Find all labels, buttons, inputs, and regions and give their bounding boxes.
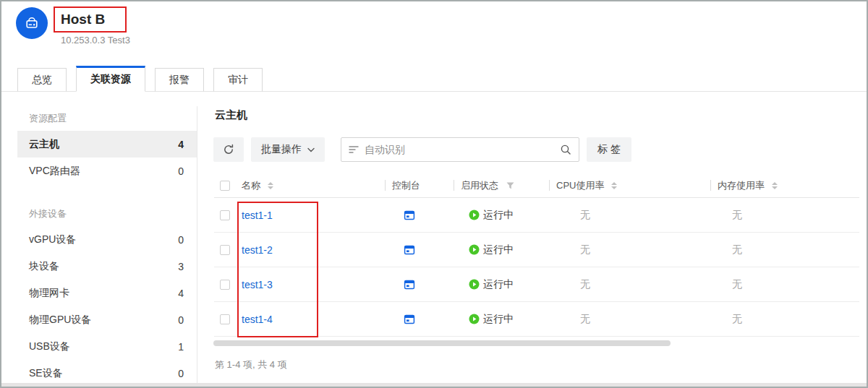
sidebar-item-label: 物理网卡 [29, 287, 69, 300]
page-subtitle: 10.253.0.3 Test3 [61, 35, 130, 46]
sidebar-item-count: 4 [178, 288, 184, 299]
tab-overview[interactable]: 总览 [17, 68, 67, 92]
column-header-status: 启用状态 [461, 179, 498, 192]
memory-usage-value: 无 [732, 313, 742, 326]
search-input[interactable] [365, 144, 554, 155]
sidebar-item-usb[interactable]: USB设备 1 [17, 333, 197, 360]
bulk-actions-button[interactable]: 批量操作 [251, 137, 325, 162]
sidebar-divider [197, 106, 197, 388]
resource-sidebar: 资源配置 云主机 4 VPC路由器 0 外接设备 vGPU设备 0 块设备 3 … [17, 106, 197, 387]
filter-lines-icon [349, 145, 359, 154]
refresh-button[interactable] [213, 137, 244, 162]
vm-name-link[interactable]: test1-3 [242, 279, 273, 290]
vm-name-link[interactable]: test1-4 [242, 314, 273, 325]
sidebar-item-count: 0 [178, 165, 184, 177]
vm-name-link[interactable]: test1-1 [242, 210, 273, 221]
sidebar-section-external-devices: 外接设备 [17, 202, 197, 226]
sidebar-item-count: 0 [178, 314, 184, 326]
cpu-usage-value: 无 [580, 278, 590, 291]
tab-related-resources[interactable]: 关联资源 [76, 66, 145, 92]
status-running-icon [469, 314, 480, 324]
table-header: 名称 控制台 启用状态 CPU使用率 [214, 173, 859, 198]
row-checkbox[interactable] [220, 245, 230, 255]
sidebar-item-count: 3 [178, 261, 184, 272]
tab-bar: 总览 关联资源 报警 审计 [1, 66, 867, 92]
page-title: Host B [61, 12, 105, 27]
sidebar-item-block-device[interactable]: 块设备 3 [17, 253, 197, 280]
select-all-checkbox[interactable] [220, 181, 230, 191]
vm-name-link[interactable]: test1-2 [242, 244, 273, 256]
cpu-usage-value: 无 [580, 313, 590, 326]
filter-funnel-icon[interactable] [506, 182, 514, 189]
sidebar-item-count: 1 [178, 341, 184, 353]
row-checkbox[interactable] [220, 210, 230, 220]
row-checkbox[interactable] [220, 314, 230, 324]
sidebar-section-resource-config: 资源配置 [17, 106, 197, 131]
status-label: 运行中 [483, 243, 514, 256]
column-header-cpu: CPU使用率 [556, 179, 604, 192]
host-icon [23, 14, 41, 32]
chevron-down-icon [307, 147, 315, 152]
host-detail-page: Host B 10.253.0.3 Test3 总览 关联资源 报警 审计 资源… [0, 0, 868, 388]
memory-usage-value: 无 [732, 243, 742, 256]
sidebar-item-label: 物理GPU设备 [29, 314, 91, 327]
sort-memory-icon[interactable] [772, 182, 778, 189]
search-box [341, 137, 579, 162]
sidebar-item-label: vGPU设备 [29, 233, 76, 246]
tab-alarms[interactable]: 报警 [155, 68, 204, 92]
cpu-usage-value: 无 [580, 209, 590, 222]
status-label: 运行中 [483, 313, 514, 326]
memory-usage-value: 无 [732, 209, 742, 222]
table-row: test1-2 运行中 无 无 [214, 233, 859, 267]
status-label: 运行中 [483, 278, 514, 291]
row-checkbox[interactable] [220, 280, 230, 290]
column-header-memory: 内存使用率 [718, 179, 765, 192]
console-icon[interactable] [404, 210, 415, 221]
cpu-usage-value: 无 [580, 243, 590, 256]
sidebar-item-count: 4 [178, 139, 184, 150]
console-icon[interactable] [404, 279, 415, 290]
sidebar-item-count: 0 [178, 368, 184, 379]
search-icon[interactable] [560, 144, 571, 155]
column-header-name: 名称 [242, 179, 260, 192]
status-running-icon [469, 244, 480, 255]
sidebar-item-vm[interactable]: 云主机 4 [17, 131, 197, 158]
bulk-actions-label: 批量操作 [261, 143, 302, 156]
horizontal-scrollbar[interactable] [213, 340, 671, 346]
sidebar-item-label: 块设备 [29, 260, 59, 273]
sidebar-item-physical-gpu[interactable]: 物理GPU设备 0 [17, 306, 197, 333]
sidebar-item-vgpu[interactable]: vGPU设备 0 [17, 226, 197, 253]
sidebar-item-label: SE设备 [29, 367, 63, 380]
table-row: test1-4 运行中 无 无 [214, 302, 859, 337]
memory-usage-value: 无 [732, 278, 742, 291]
sidebar-item-label: 云主机 [29, 138, 59, 151]
table-row: test1-1 运行中 无 无 [214, 198, 859, 233]
console-icon[interactable] [404, 314, 415, 325]
sort-name-icon[interactable] [268, 182, 273, 189]
pagination-text: 第 1-4 项, 共 4 项 [215, 358, 287, 371]
sidebar-item-label: VPC路由器 [29, 165, 80, 178]
tag-button[interactable]: 标签 [587, 137, 631, 162]
sidebar-item-label: USB设备 [29, 340, 70, 353]
section-title: 云主机 [215, 108, 247, 122]
sidebar-item-vpc-router[interactable]: VPC路由器 0 [17, 158, 197, 184]
status-running-icon [469, 210, 480, 220]
sort-cpu-icon[interactable] [611, 182, 617, 189]
vm-table: 名称 控制台 启用状态 CPU使用率 [214, 173, 859, 337]
tab-audit[interactable]: 审计 [213, 68, 263, 92]
status-running-icon [469, 279, 480, 290]
table-row: test1-3 运行中 无 无 [214, 267, 859, 302]
host-avatar [16, 7, 48, 39]
sidebar-item-physical-nic[interactable]: 物理网卡 4 [17, 280, 197, 306]
column-header-console: 控制台 [392, 179, 420, 192]
console-icon[interactable] [404, 244, 415, 256]
sidebar-item-count: 0 [178, 234, 184, 246]
window-edge [1, 383, 867, 387]
refresh-icon [223, 144, 234, 155]
toolbar: 批量操作 标签 [213, 137, 631, 162]
status-label: 运行中 [483, 209, 514, 222]
